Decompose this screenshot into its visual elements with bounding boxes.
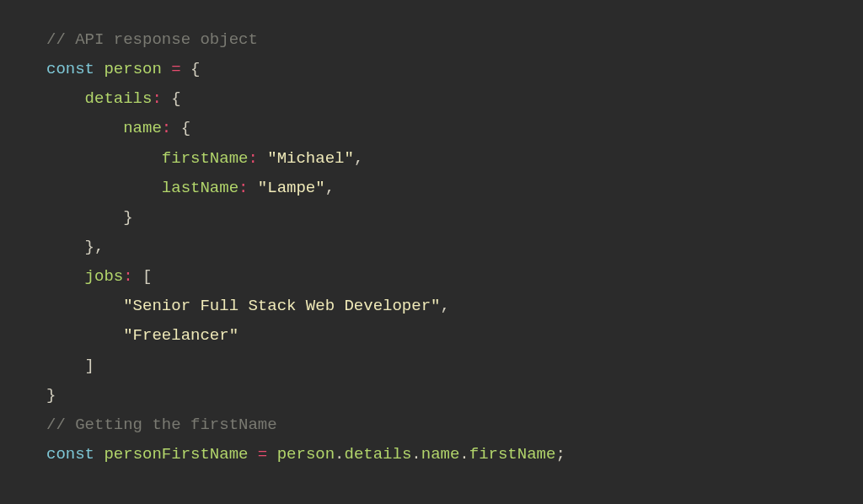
property-access: details [345,445,412,464]
operator-assign: = [258,445,267,464]
brace-close: } [46,386,56,405]
comma: , [94,238,104,256]
colon: : [152,89,161,108]
code-block: // API response object const person = { … [46,25,817,469]
comma: , [325,179,335,197]
string-value: "Michael" [267,149,354,168]
comma: , [440,297,449,315]
colon: : [123,267,132,286]
comment-line: // Getting the firstName [46,416,277,434]
property-access: name [421,445,460,464]
comment-line: // API response object [46,30,258,49]
keyword-const: const [46,60,94,78]
keyword-const: const [46,445,94,464]
semicolon: ; [555,445,565,464]
brace-close: } [123,208,132,227]
property-access: firstName [469,445,556,464]
colon: : [248,149,257,168]
colon: : [162,119,171,137]
property-name: name [123,119,162,137]
property-jobs: jobs [85,267,124,286]
property-firstname: firstName [162,149,249,168]
bracket-close: ] [85,357,94,375]
brace-open: { [171,89,180,108]
dot: . [411,445,421,464]
brace-open: { [181,119,190,137]
brace-open: { [190,60,200,78]
variable-name: person [104,60,161,78]
brace-close: } [85,238,94,256]
property-lastname: lastName [162,179,239,197]
variable-name: personFirstName [104,445,248,464]
bracket-open: [ [142,267,152,286]
colon: : [239,179,248,197]
object-ref: person [277,445,335,464]
dot: . [459,445,469,464]
operator-assign: = [171,60,180,78]
string-value: "Lampe" [258,179,325,197]
string-value: "Senior Full Stack Web Developer" [123,297,440,315]
dot: . [335,445,344,464]
property-details: details [85,89,153,108]
comma: , [354,149,363,168]
string-value: "Freelancer" [123,326,239,345]
